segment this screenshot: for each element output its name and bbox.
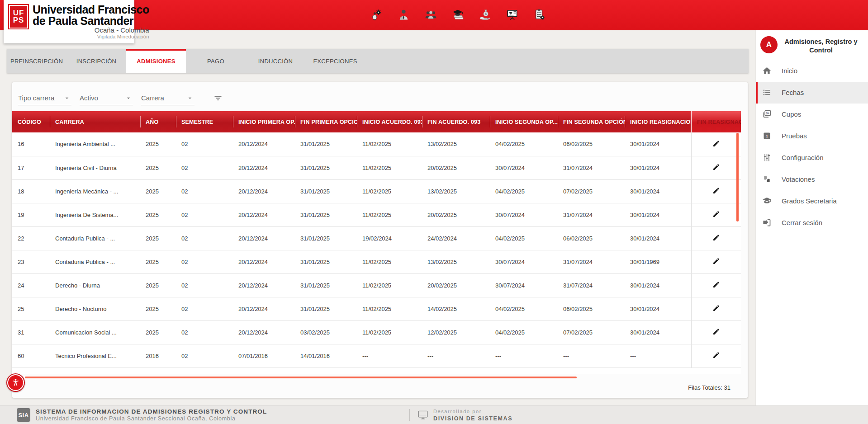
cell-fin-segunda-opci-n: 31/07/2024 <box>558 273 625 297</box>
footer-developer: Desarrollado por DIVISION DE SISTEMAS <box>409 409 512 421</box>
cell-inicio-segunda-op: 04/02/2025 <box>490 226 558 250</box>
tab-preinscripci-n[interactable]: PREINSCRIPCIÓN <box>7 49 66 73</box>
table-row: 22Contaduria Publica - ...20250220/12/20… <box>12 226 741 250</box>
edit-button[interactable] <box>708 301 724 316</box>
cell-semestre: 02 <box>176 156 233 179</box>
cell-fin-acuerdo-093: 20/02/2025 <box>422 273 490 297</box>
avatar[interactable]: A <box>760 36 778 53</box>
cell-semestre: 02 <box>176 132 233 156</box>
cell-fin-acuerdo-093: 20/02/2025 <box>422 156 490 179</box>
university-name-line1: Universidad Francisco <box>33 4 149 15</box>
edit-button[interactable] <box>708 137 724 152</box>
university-sublabel: Vigilada Mineducación <box>33 34 149 40</box>
sidebar-profile: A Admisiones, Registro y Control <box>756 30 868 55</box>
graduation-icon[interactable] <box>451 8 465 21</box>
edit-button[interactable] <box>708 254 724 269</box>
select-activo[interactable]: Activo <box>80 94 133 105</box>
edit-button[interactable] <box>708 231 724 246</box>
cell-fin-primera-opcion: 31/01/2025 <box>295 250 357 273</box>
home-icon <box>762 66 772 75</box>
tab-inscripci-n[interactable]: INSCRIPCIÓN <box>66 49 126 73</box>
edit-button[interactable] <box>708 207 724 222</box>
filter-list-icon[interactable] <box>213 94 223 103</box>
cell-fin-primera-opcion: 31/01/2025 <box>295 132 357 156</box>
column-header-fin-acuerdo-093: FIN ACUERDO. 093 <box>422 111 490 132</box>
column-header-fin-segunda-opci-n: FIN SEGUNDA OPCIÓN <box>558 111 625 132</box>
scholarship-icon[interactable]: $ <box>479 8 492 21</box>
sidebar-item-fechas[interactable]: Fechas <box>756 82 868 104</box>
sidebar-item-label: Cerrar sesión <box>782 219 822 226</box>
footer-subtitle: Universidad Francisco de Paula Santander… <box>36 415 267 422</box>
cell-a-o: 2025 <box>140 226 176 250</box>
cell-inicio-acuerdo-093: 11/02/2025 <box>357 320 422 344</box>
select-tipo-carrera[interactable]: Tipo carrera <box>18 94 71 105</box>
edit-cell <box>691 132 741 156</box>
svg-text:1: 1 <box>766 134 768 139</box>
cell-fin-primera-opcion: 31/01/2025 <box>295 273 357 297</box>
dates-table: CÓDIGOCARRERAAÑOSEMESTREINICIO PRIMERA O… <box>12 111 741 374</box>
cell-inicio-reasignacion: 30/01/2024 <box>625 132 691 156</box>
list-icon <box>762 88 772 97</box>
select-carrera[interactable]: Carrera <box>141 94 194 105</box>
innovation-icon[interactable] <box>370 8 383 21</box>
cell-fin-segunda-opci-n: 31/07/2024 <box>558 156 625 179</box>
cell-fin-primera-opcion: 31/01/2025 <box>295 156 357 179</box>
sidebar-item-configuraci-n[interactable]: Configuración <box>756 147 868 169</box>
filters-row: Tipo carreraActivoCarrera <box>12 82 748 111</box>
edit-button[interactable] <box>708 278 724 293</box>
column-header-inicio-segunda-op: INICIO SEGUNDA OP... <box>490 111 558 132</box>
chevron-down-icon <box>125 94 132 102</box>
edit-button[interactable] <box>708 184 724 199</box>
sidebar-item-cupos[interactable]: 9+Cupos <box>756 104 868 125</box>
sidebar-item-label: Fechas <box>782 89 804 96</box>
sidebar-item-votaciones[interactable]: Votaciones <box>756 169 868 190</box>
cell-a-o: 2016 <box>140 344 176 367</box>
table-body: 16Ingeniería Ambiental ...20250220/12/20… <box>12 132 741 374</box>
tab-inducci-n[interactable]: INDUCCIÓN <box>246 49 305 73</box>
sidebar-item-cerrar-sesi-n[interactable]: Cerrar sesión <box>756 212 868 234</box>
sidebar-item-inicio[interactable]: Inicio <box>756 60 868 82</box>
total-rows-label: Filas Totales: 31 <box>688 384 730 391</box>
cell-inicio-reasignacion: 30/01/2024 <box>625 203 691 226</box>
cell-carrera: Comunicacion Social ... <box>50 320 140 344</box>
footer: SIA SISTEMA DE INFORMACION DE ADMISIONES… <box>0 405 868 424</box>
edit-button[interactable] <box>708 325 724 340</box>
applicant-icon[interactable] <box>397 8 410 21</box>
edit-cell <box>691 156 741 179</box>
cell-fin-primera-opcion: 14/01/2016 <box>295 344 357 367</box>
cell-fin-segunda-opci-n: 07/02/2025 <box>558 320 625 344</box>
tab-excepciones[interactable]: EXCEPCIONES <box>305 49 365 73</box>
edit-button[interactable] <box>708 348 724 363</box>
cell-semestre: 02 <box>176 297 233 320</box>
cell-carrera: Ingeniería Ambiental ... <box>50 132 140 156</box>
cell-semestre: 02 <box>176 203 233 226</box>
cell-a-o: 2025 <box>140 179 176 203</box>
cell-inicio-primera-op: 20/12/2024 <box>233 179 295 203</box>
cell-inicio-reasignacion: 30/01/2024 <box>625 156 691 179</box>
horizontal-scrollbar[interactable] <box>25 377 577 378</box>
cell-a-o: 2025 <box>140 203 176 226</box>
sidebar-item-grados-secretaria[interactable]: Grados Secretaria <box>756 190 868 212</box>
developed-by-label: Desarrollado por <box>433 408 512 415</box>
column-header-inicio-reasignacion: INICIO REASIGNACION <box>625 111 691 132</box>
sidebar-item-pruebas[interactable]: 1Pruebas <box>756 125 868 147</box>
vertical-scrollbar[interactable] <box>736 133 739 221</box>
table-row: 25Derecho - Nocturno20250220/12/202431/0… <box>12 297 741 320</box>
edit-button[interactable] <box>708 160 724 175</box>
cell-carrera: Ingeniería Mecánica - ... <box>50 179 140 203</box>
cell-inicio-reasignacion: 30/01/1969 <box>625 250 691 273</box>
presentation-icon[interactable] <box>506 8 519 21</box>
cell-inicio-primera-op: 20/12/2024 <box>233 320 295 344</box>
procedures-icon[interactable] <box>533 8 546 21</box>
tab-admisiones[interactable]: ADMISIONES <box>126 49 186 73</box>
cell-fin-acuerdo-093: 13/02/2025 <box>422 250 490 273</box>
accessibility-button[interactable] <box>6 373 25 392</box>
table-row: 16Ingeniería Ambiental ...20250220/12/20… <box>12 132 741 156</box>
table-row: 24Derecho - Diurna20250220/12/202431/01/… <box>12 273 741 297</box>
cell-fin-segunda-opci-n: 06/02/2025 <box>558 132 625 156</box>
community-icon[interactable] <box>424 8 437 21</box>
tab-pago[interactable]: PAGO <box>186 49 246 73</box>
table-row: 60Tecnico Profesional E...20160207/01/20… <box>12 344 741 367</box>
sidebar: A Admisiones, Registro y Control InicioF… <box>755 30 868 405</box>
table-row-partial <box>12 367 741 374</box>
